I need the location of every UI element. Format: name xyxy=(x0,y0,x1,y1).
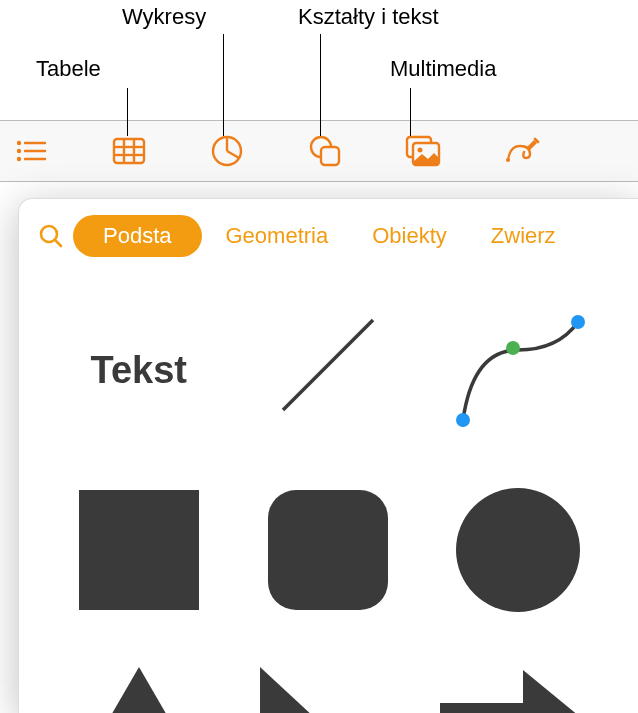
category-animals[interactable]: Zwierz xyxy=(471,215,576,257)
svg-rect-24 xyxy=(79,490,199,610)
curve-icon xyxy=(443,310,593,430)
shapes-grid: Tekst xyxy=(19,271,638,713)
category-geometry[interactable]: Geometria xyxy=(206,215,349,257)
shapes-popover: Podsta Geometria Obiekty Zwierz Tekst xyxy=(18,198,638,713)
shape-text[interactable]: Tekst xyxy=(59,295,219,445)
svg-point-16 xyxy=(418,148,423,153)
category-objects[interactable]: Obiekty xyxy=(352,215,467,257)
search-icon xyxy=(38,223,64,249)
svg-point-2 xyxy=(17,157,21,161)
svg-point-26 xyxy=(456,488,580,612)
svg-point-21 xyxy=(456,413,470,427)
shape-rounded-square[interactable] xyxy=(249,475,409,625)
text-shape-label: Tekst xyxy=(91,349,187,392)
toolbar xyxy=(0,120,638,182)
popover-arrow xyxy=(319,198,345,200)
table-button[interactable] xyxy=(106,128,152,174)
shape-right-triangle[interactable] xyxy=(249,655,409,713)
search-button[interactable] xyxy=(33,218,69,254)
category-basic[interactable]: Podsta xyxy=(73,215,202,257)
callout-charts: Wykresy xyxy=(122,4,206,30)
callout-media: Multimedia xyxy=(390,56,496,82)
svg-marker-27 xyxy=(66,667,212,713)
svg-line-19 xyxy=(55,240,61,246)
callout-tables: Tabele xyxy=(36,56,101,82)
svg-point-0 xyxy=(17,141,21,145)
square-icon xyxy=(74,485,204,615)
triangle-icon xyxy=(64,665,214,713)
shape-arrow-right[interactable] xyxy=(438,655,598,713)
draw-button[interactable] xyxy=(498,128,544,174)
svg-marker-28 xyxy=(260,667,396,713)
svg-point-17 xyxy=(506,158,510,162)
callout-shapes-text: Kształty i tekst xyxy=(298,4,439,30)
callout-layer: Wykresy Tabele Kształty i tekst Multimed… xyxy=(0,0,638,120)
shape-square[interactable] xyxy=(59,475,219,625)
shape-circle[interactable] xyxy=(438,475,598,625)
right-triangle-icon xyxy=(258,665,398,713)
svg-marker-29 xyxy=(440,670,596,713)
line-icon xyxy=(263,310,393,430)
shape-curve[interactable] xyxy=(438,295,598,445)
circle-icon xyxy=(453,485,583,615)
list-button[interactable] xyxy=(8,128,54,174)
arrow-right-icon xyxy=(438,665,598,713)
svg-point-23 xyxy=(571,315,585,329)
svg-point-1 xyxy=(17,149,21,153)
svg-rect-25 xyxy=(268,490,388,610)
category-bar: Podsta Geometria Obiekty Zwierz xyxy=(19,199,638,271)
shape-line[interactable] xyxy=(249,295,409,445)
svg-line-20 xyxy=(283,320,373,410)
svg-rect-6 xyxy=(114,139,144,163)
svg-point-22 xyxy=(506,341,520,355)
shape-button[interactable] xyxy=(302,128,348,174)
chart-button[interactable] xyxy=(204,128,250,174)
rounded-square-icon xyxy=(263,485,393,615)
media-button[interactable] xyxy=(400,128,446,174)
shape-triangle[interactable] xyxy=(59,655,219,713)
svg-rect-13 xyxy=(321,147,339,165)
